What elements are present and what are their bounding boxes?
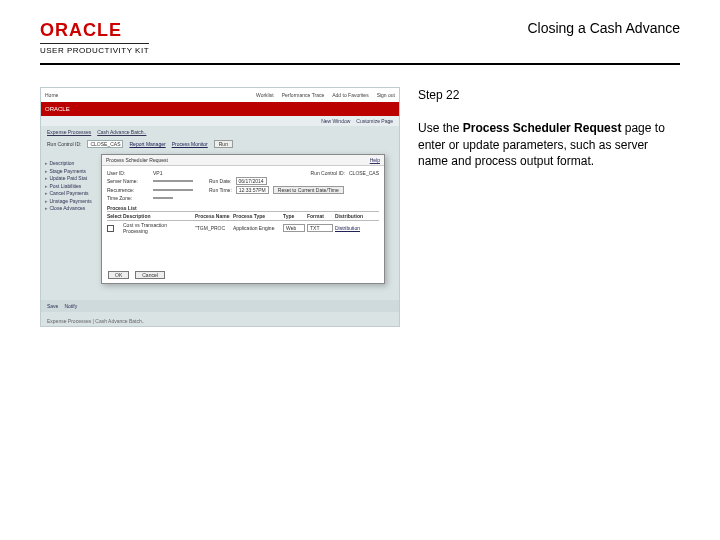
side-options: Description Stage Payments Update Paid S…	[45, 160, 101, 213]
ok-button[interactable]: OK	[108, 271, 129, 279]
topnav-item[interactable]: Home	[45, 92, 58, 98]
side-item[interactable]: Post Liabilities	[45, 183, 101, 191]
runctl-value: CLOSE_CAS	[87, 140, 123, 148]
instruction-text: Use the Process Scheduler Request page t…	[418, 120, 680, 170]
oracle-logo: ORACLE	[40, 20, 149, 41]
col-dist: Distribution	[335, 213, 369, 219]
process-grid-header: Select Description Process Name Process …	[107, 211, 379, 221]
server-dropdown[interactable]	[153, 180, 193, 182]
instr-bold: Process Scheduler Request	[463, 121, 622, 135]
runtime-label: Run Time:	[209, 187, 232, 193]
save-button[interactable]: Save	[47, 303, 58, 309]
recurrence-dropdown[interactable]	[153, 189, 193, 191]
app-footer: Save Notify	[41, 300, 399, 312]
subnav-item[interactable]: New Window	[321, 118, 350, 124]
side-item[interactable]: Description	[45, 160, 101, 168]
topnav-item[interactable]: Add to Favorites	[332, 92, 368, 98]
runctl-label: Run Control ID:	[47, 141, 81, 147]
app-subnav: New Window Customize Page	[41, 116, 399, 126]
col-format: Format	[307, 213, 333, 219]
app-screenshot: Home Worklist Performance Trace Add to F…	[40, 87, 400, 327]
row-type-dropdown[interactable]: Web	[283, 224, 305, 232]
notify-button[interactable]: Notify	[64, 303, 77, 309]
topnav-item[interactable]: Worklist	[256, 92, 274, 98]
crumb[interactable]: Expense Processes	[47, 129, 91, 135]
col-desc: Description	[123, 213, 193, 219]
modal-runctl-label: Run Control ID:	[311, 170, 345, 176]
rundate-label: Run Date:	[209, 178, 232, 184]
app-brandbar: ORACLE	[41, 102, 399, 116]
footer-breadcrumb: Expense Processes | Cash Advance Batch..	[47, 318, 144, 324]
upk-label: USER PRODUCTIVITY KIT	[40, 43, 149, 55]
row-checkbox[interactable]	[107, 225, 114, 232]
row-desc: Cost vs Transaction Processing	[123, 222, 193, 234]
subnav-item[interactable]: Customize Page	[356, 118, 393, 124]
row-ptype: Application Engine	[233, 225, 281, 231]
recurrence-label: Recurrence:	[107, 187, 149, 193]
step-label: Step 22	[418, 87, 680, 104]
row-format-dropdown[interactable]: TXT	[307, 224, 333, 232]
timezone-label: Time Zone:	[107, 195, 149, 201]
userid-value: VP1	[153, 170, 162, 176]
col-select: Select	[107, 213, 121, 219]
side-item[interactable]: Unstage Payments	[45, 198, 101, 206]
side-item[interactable]: Cancel Payments	[45, 190, 101, 198]
col-pname: Process Name	[195, 213, 231, 219]
brand-block: ORACLE USER PRODUCTIVITY KIT	[40, 20, 149, 55]
runtime-input[interactable]: 12:33:57PM	[236, 186, 269, 194]
side-item[interactable]: Stage Payments	[45, 168, 101, 176]
topnav-item[interactable]: Performance Trace	[282, 92, 325, 98]
crumb[interactable]: Cash Advance Batch..	[97, 129, 146, 135]
instr-prefix: Use the	[418, 121, 463, 135]
cancel-button[interactable]: Cancel	[135, 271, 165, 279]
rundate-input[interactable]: 06/17/2014	[236, 177, 267, 185]
process-scheduler-modal: Process Scheduler Request Help User ID: …	[101, 154, 385, 284]
server-label: Server Name:	[107, 178, 149, 184]
timezone-input[interactable]	[153, 197, 173, 199]
userid-label: User ID:	[107, 170, 149, 176]
process-monitor-link[interactable]: Process Monitor	[172, 141, 208, 147]
side-item[interactable]: Close Advances	[45, 205, 101, 213]
run-button[interactable]: Run	[214, 140, 233, 148]
col-ptype: Process Type	[233, 213, 281, 219]
modal-title: Process Scheduler Request	[106, 157, 168, 163]
app-topnav: Home Worklist Performance Trace Add to F…	[41, 88, 399, 102]
row-pname: "TGM_PROC	[195, 225, 231, 231]
process-grid-row: Cost vs Transaction Processing "TGM_PROC…	[107, 221, 379, 235]
help-link[interactable]: Help	[370, 157, 380, 163]
side-item[interactable]: Update Paid Stat	[45, 175, 101, 183]
breadcrumb: Expense Processes Cash Advance Batch..	[41, 126, 399, 138]
reset-time-button[interactable]: Reset to Current Date/Time	[273, 186, 344, 194]
page-title: Closing a Cash Advance	[527, 20, 680, 36]
row-dist-link[interactable]: Distribution	[335, 225, 369, 231]
col-type: Type	[283, 213, 305, 219]
modal-runctl-value: CLOSE_CAS	[349, 170, 379, 176]
topnav-item[interactable]: Sign out	[377, 92, 395, 98]
instruction-panel: Step 22 Use the Process Scheduler Reques…	[418, 87, 680, 327]
report-manager-link[interactable]: Report Manager	[129, 141, 165, 147]
